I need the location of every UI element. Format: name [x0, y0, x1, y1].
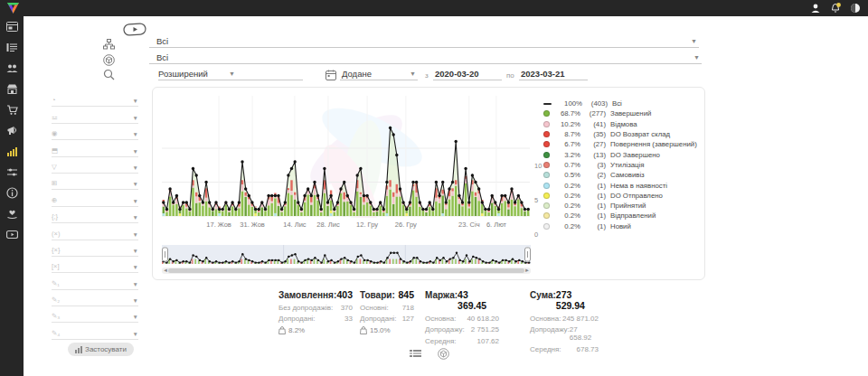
- legend-color-swatch: [543, 193, 550, 199]
- nav-item-info[interactable]: [0, 183, 24, 203]
- chevron-down-icon: ▼: [133, 331, 138, 339]
- sidebar-filter-select-13[interactable]: ✎₂ ▼: [52, 290, 138, 306]
- date-to-input[interactable]: 2023-03-21: [519, 67, 588, 80]
- legend-item-6[interactable]: 3.2%(13)DO Завершено: [543, 149, 697, 159]
- sidebar-filter-select-10[interactable]: {×} ▼: [52, 240, 138, 257]
- stat-sub-value: 370: [341, 304, 353, 312]
- filter-row-icon: ⬒: [52, 146, 58, 156]
- legend-item-2[interactable]: 68.7%(277)Завершений: [543, 108, 697, 118]
- legend-item-7[interactable]: 0.7%(3)Утилізація: [543, 160, 697, 170]
- sidebar-filter-select-7[interactable]: ⊕ ▼: [52, 190, 138, 206]
- legend-item-4[interactable]: 8.7%(35)DO Возврат склад: [543, 129, 697, 139]
- legend-color-swatch: [543, 152, 550, 158]
- theme-toggle-icon[interactable]: [849, 2, 861, 14]
- date-from-value: 2020-03-20: [435, 69, 479, 79]
- nav-item-dashboard[interactable]: [0, 16, 24, 37]
- sidebar-filter-select-6[interactable]: ⊞ ▼: [52, 174, 138, 190]
- sidebar-filter-select-12[interactable]: ✎₁ ▼: [52, 273, 138, 289]
- nav-item-customers[interactable]: [0, 58, 24, 79]
- stat-column-1: Замовлення:403Без допродажів:370Допродан…: [278, 289, 353, 334]
- y-axis-tick-0: 0: [534, 230, 538, 239]
- stat-sub-label: Допродажу:: [425, 325, 465, 334]
- sidebar-filter-select-2[interactable]: ⚍ ▼: [52, 107, 138, 123]
- legend-item-10[interactable]: 0.2%(1)DO Отправлено: [543, 191, 697, 201]
- view-switcher: [410, 347, 449, 363]
- product-filter-select[interactable]: Всі ▼: [149, 51, 702, 64]
- chevron-down-icon: ▼: [133, 214, 138, 222]
- sidebar-filter-select-1[interactable]: ◔ ▼: [52, 90, 138, 107]
- sidebar-filter-select-3[interactable]: ◉ ▼: [52, 124, 138, 140]
- x-axis-tick: 31. Жов: [240, 221, 265, 229]
- legend-label: Нема в наявності: [610, 182, 667, 190]
- hierarchy-icon: [103, 37, 115, 53]
- legend-percent: 0.2%: [553, 222, 580, 230]
- nav-item-store[interactable]: [0, 79, 24, 99]
- legend-percent: 0.2%: [553, 192, 580, 200]
- date-field-select[interactable]: Додане ▼: [340, 67, 418, 80]
- legend-item-13[interactable]: 0.2%(1)Новий: [543, 221, 697, 231]
- mini-chart-icon: [75, 346, 82, 353]
- filter-row-icon: ◔: [52, 96, 56, 106]
- nav-item-cart[interactable]: [0, 99, 24, 120]
- legend-percent: 0.5%: [553, 171, 580, 179]
- legend-item-8[interactable]: 0.5%(2)Самовивіз: [543, 170, 697, 180]
- bag-icon: [360, 326, 367, 334]
- stat-column-4: Сума:273 529.94Основна:245 871.02Допрода…: [530, 289, 599, 353]
- sidebar-filter-select-8[interactable]: {;} ▼: [52, 207, 138, 223]
- user-avatar[interactable]: [809, 2, 821, 14]
- sidebar-filter-select-15[interactable]: ✎₄ ▼: [52, 323, 138, 339]
- scrollbar-thumb[interactable]: [168, 268, 524, 273]
- stat-sub-value: 107.62: [477, 337, 499, 345]
- nav-item-settings-sliders[interactable]: [0, 162, 24, 183]
- chevron-down-icon: ▼: [133, 148, 138, 156]
- legend-item-5[interactable]: 6.7%(27)Повернення (завершений): [543, 139, 697, 149]
- table-view-icon[interactable]: [410, 347, 421, 363]
- sidebar-filter-select-14[interactable]: ✎₃ ▼: [52, 306, 138, 323]
- legend-item-12[interactable]: 0.2%(1)Відправлений: [543, 211, 697, 221]
- apply-filters-button[interactable]: Застосувати: [68, 343, 134, 356]
- stat-column-3: Маржа:43 369.45Основна:40 618.20Допродаж…: [425, 289, 499, 345]
- legend-count: (3): [580, 161, 606, 169]
- status-filter-select[interactable]: Всі ▼: [149, 34, 699, 48]
- nav-item-analytics-bars[interactable]: [0, 141, 24, 162]
- video-tutorials-icon: [6, 229, 18, 240]
- legend-item-11[interactable]: 0.2%(1)Прийнятий: [543, 201, 697, 211]
- top-bar: [0, 0, 868, 16]
- search-mode-select[interactable]: Розширений ▼: [158, 67, 303, 80]
- stat-sub-label: Допродажу:: [530, 325, 570, 342]
- x-axis-tick: 14. Лис: [283, 221, 306, 229]
- filter-row-icon: {×}: [52, 246, 60, 256]
- legend-color-swatch: [543, 172, 550, 178]
- sidebar-filter-select-4[interactable]: ⬒ ▼: [52, 140, 138, 156]
- chevron-down-icon: ▼: [133, 314, 138, 322]
- legend-item-3[interactable]: 10.2%(41)Відмова: [543, 119, 697, 129]
- legend-item-9[interactable]: 0.2%(1)Нема в наявності: [543, 180, 697, 190]
- stat-sub-label: Основна:: [530, 315, 561, 323]
- date-from-input[interactable]: 2020-03-20: [433, 67, 502, 80]
- legend-item-1[interactable]: 100%(403)Всі: [543, 99, 697, 108]
- x-axis-tick: 12. Гру: [356, 221, 378, 229]
- stat-value: 403: [336, 289, 353, 300]
- stat-sub-label: Основні:: [360, 304, 389, 312]
- chart-scrollbar[interactable]: ◄ ►: [162, 268, 531, 274]
- y-axis-tick-5: 5: [534, 196, 538, 204]
- legend-count: (277): [580, 109, 606, 118]
- filter-row-icon: ✎₁: [52, 279, 60, 289]
- sidebar-filter-select-5[interactable]: ▽ ▼: [52, 157, 138, 174]
- package-view-icon[interactable]: [438, 347, 449, 363]
- search-icon[interactable]: [103, 68, 115, 84]
- sidebar-filter-select-11[interactable]: [×] ▼: [52, 257, 138, 273]
- chart-range-brush[interactable]: [162, 245, 531, 267]
- nav-item-marketing-megaphone[interactable]: [0, 120, 24, 141]
- legend-label: Відмова: [610, 120, 637, 128]
- chart-legend: 100%(403)Всі68.7%(277)Завершений10.2%(41…: [543, 99, 697, 231]
- notifications-bell-icon[interactable]: [829, 2, 841, 14]
- nav-item-support-care[interactable]: [0, 203, 24, 224]
- nav-item-video-tutorials[interactable]: [0, 224, 24, 245]
- product-filter-value: Всі: [156, 52, 168, 62]
- video-help-icon[interactable]: [123, 23, 146, 40]
- nav-item-orders-list[interactable]: [0, 37, 24, 58]
- sidebar-filter-select-9[interactable]: (×) ▼: [52, 223, 138, 240]
- scroll-right-icon[interactable]: ►: [524, 268, 530, 274]
- filter-row-icon: ✎₃: [52, 312, 60, 322]
